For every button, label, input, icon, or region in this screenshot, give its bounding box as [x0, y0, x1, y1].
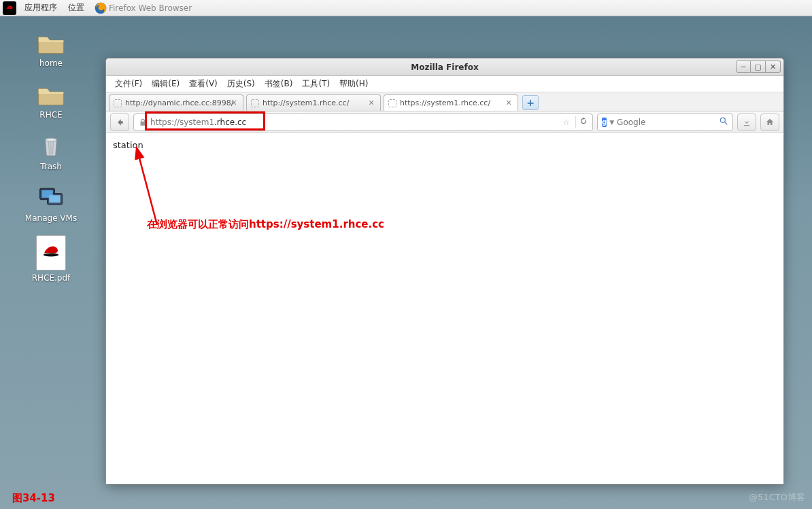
new-tab-button[interactable]: +: [522, 95, 539, 110]
svg-point-10: [720, 118, 725, 122]
search-go-icon[interactable]: [719, 116, 728, 128]
desktop-icon-label: home: [39, 58, 63, 68]
desktop-icon-rhce-pdf[interactable]: RHCE.pdf: [10, 235, 92, 283]
bookmark-star-icon[interactable]: ☆: [562, 118, 570, 127]
desktop-icon-label: RHCE: [39, 110, 62, 120]
menu-help[interactable]: 帮助(H): [335, 78, 373, 90]
desktop-icon-label: Manage VMs: [25, 213, 77, 223]
menu-file[interactable]: 文件(F): [110, 78, 147, 90]
back-button[interactable]: [110, 113, 129, 131]
svg-line-12: [139, 156, 157, 225]
desktop-icon-label: RHCE.pdf: [32, 273, 71, 283]
panel-menu-places[interactable]: 位置: [63, 2, 90, 14]
window-close-button[interactable]: ✕: [766, 60, 781, 73]
engine-dropdown-icon[interactable]: ▼: [609, 119, 614, 126]
url-text: https://system1.rhce.cc: [150, 118, 560, 127]
google-engine-icon[interactable]: g: [602, 118, 607, 127]
system-panel: 应用程序 位置 Firefox Web Browser: [0, 0, 812, 16]
window-title: Mozilla Firefox: [106, 63, 783, 72]
svg-point-9: [44, 253, 59, 257]
tab-label: http://system1.rhce.cc/: [263, 99, 349, 107]
figure-label: 图34-13: [12, 492, 55, 505]
lock-icon: [138, 118, 148, 127]
tab-close-icon[interactable]: ✕: [504, 99, 513, 108]
menu-bookmarks[interactable]: 书签(B): [260, 78, 298, 90]
desktop-icon-manage-vms[interactable]: Manage VMs: [10, 183, 92, 223]
menu-edit[interactable]: 编辑(E): [147, 78, 184, 90]
watermark: @51CTO博客: [749, 491, 805, 504]
page-favicon-placeholder-icon: [251, 99, 259, 107]
tab-strip: http://dynamic.rhce.cc:8998/ ✕ http://sy…: [106, 92, 783, 111]
panel-menu-apps[interactable]: 应用程序: [19, 2, 63, 14]
url-bar[interactable]: https://system1.rhce.cc ☆: [133, 113, 593, 131]
menu-history[interactable]: 历史(S): [222, 78, 260, 90]
window-maximize-button[interactable]: ▢: [751, 60, 766, 73]
svg-rect-8: [49, 195, 61, 203]
desktop-icon-home[interactable]: home: [10, 29, 92, 68]
page-favicon-placeholder-icon: [388, 99, 396, 107]
page-content: station: [106, 135, 783, 484]
search-bar[interactable]: g ▼: [597, 113, 733, 131]
reload-icon[interactable]: [579, 116, 588, 128]
tab-label: http://dynamic.rhce.cc:8998/: [125, 99, 233, 107]
firefox-task-icon[interactable]: [94, 1, 107, 15]
tab-close-icon[interactable]: ✕: [229, 99, 239, 108]
browser-tab-1[interactable]: http://system1.rhce.cc/ ✕: [246, 94, 381, 111]
desktop-area: home RHCE Trash Manage VMs RHCE.pdf: [0, 16, 102, 283]
menu-tools[interactable]: 工具(T): [297, 78, 335, 90]
firefox-window: Mozilla Firefox ─ ▢ ✕ 文件(F) 编辑(E) 查看(V) …: [105, 58, 784, 485]
separator: [575, 116, 576, 128]
search-input[interactable]: [617, 118, 719, 127]
svg-line-11: [725, 122, 728, 125]
page-favicon-placeholder-icon: [114, 99, 122, 107]
desktop-icon-trash[interactable]: Trash: [10, 132, 92, 171]
redhat-logo-icon: [3, 1, 16, 15]
desktop-icon-label: Trash: [40, 162, 62, 171]
menu-view[interactable]: 查看(V): [184, 78, 222, 90]
home-button[interactable]: [760, 113, 779, 131]
menubar: 文件(F) 编辑(E) 查看(V) 历史(S) 书签(B) 工具(T) 帮助(H…: [106, 76, 783, 92]
navigation-toolbar: https://system1.rhce.cc ☆ g ▼: [106, 111, 783, 133]
svg-point-1: [46, 138, 57, 141]
annotation-text: 在浏览器可以正常访问https://system1.rhce.cc: [147, 218, 384, 231]
desktop-icon-rhce[interactable]: RHCE: [10, 80, 92, 120]
browser-tab-2[interactable]: https://system1.rhce.cc/ ✕: [384, 94, 518, 111]
tab-close-icon[interactable]: ✕: [367, 99, 376, 108]
browser-tab-0[interactable]: http://dynamic.rhce.cc:8998/ ✕: [109, 94, 243, 111]
downloads-button[interactable]: [737, 113, 756, 131]
tab-label: https://system1.rhce.cc/: [400, 99, 490, 107]
window-titlebar[interactable]: Mozilla Firefox ─ ▢ ✕: [106, 58, 783, 76]
window-minimize-button[interactable]: ─: [736, 60, 751, 73]
panel-task-title[interactable]: Firefox Web Browser: [107, 3, 192, 13]
page-body-text: station: [113, 140, 143, 150]
